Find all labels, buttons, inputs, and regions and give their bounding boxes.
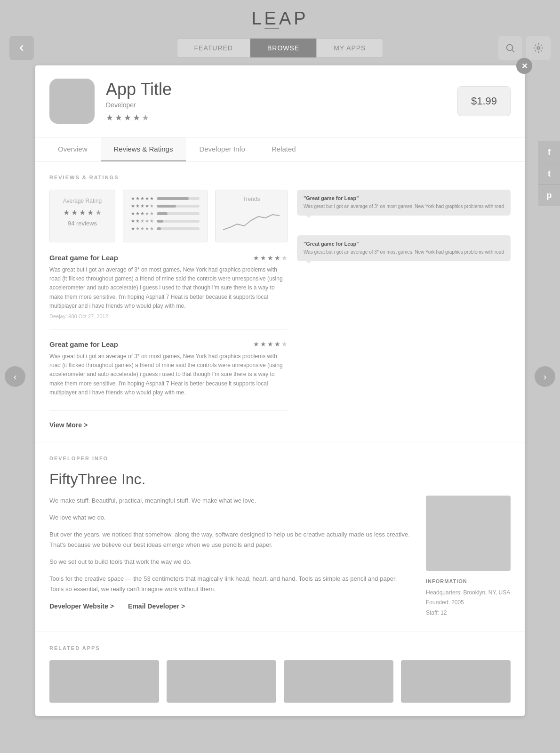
prev-arrow[interactable]: ‹ bbox=[5, 366, 25, 387]
trends-box: Trends bbox=[215, 190, 288, 242]
developer-section-title: DEVELOPER INFO bbox=[49, 456, 511, 461]
pinterest-button[interactable]: p bbox=[538, 184, 560, 206]
star-bar-2: ★★★★★ bbox=[131, 218, 200, 224]
developer-website-link[interactable]: Developer Website > bbox=[49, 602, 114, 610]
trends-label: Trends bbox=[223, 196, 280, 202]
star-bar-5-stars: ★★★★★ bbox=[131, 196, 154, 201]
tab-browse[interactable]: BROWSE bbox=[250, 39, 317, 57]
developer-headquarters: Headquarters: Brooklyn, NY, USA bbox=[426, 588, 511, 598]
main-nav-tabs: FEATURED BROWSE MY APPS bbox=[177, 38, 384, 58]
social-sidebar: f t p bbox=[538, 141, 560, 206]
bar-track-3 bbox=[157, 212, 200, 215]
dev-para-4: So we set out to build tools that work t… bbox=[49, 557, 412, 567]
settings-button[interactable] bbox=[526, 36, 551, 60]
quote-2-text: Was great but i got an average of 3* on … bbox=[304, 249, 504, 256]
search-button[interactable] bbox=[498, 36, 522, 60]
app-developer: Developer bbox=[106, 101, 446, 109]
star-bar-5: ★★★★★ bbox=[131, 196, 200, 201]
subtab-reviews[interactable]: Reviews & Ratings bbox=[101, 137, 186, 161]
avg-star-2: ★ bbox=[71, 208, 78, 217]
star-5: ★ bbox=[142, 112, 149, 123]
review-2-header: Great game for Leap ★★★★★ bbox=[49, 340, 288, 348]
quote-1-text: Was great but i got an average of 3* on … bbox=[304, 203, 504, 210]
svg-line-1 bbox=[512, 50, 514, 52]
quote-box-1: "Great game for Leap" Was great but i go… bbox=[297, 190, 511, 216]
review-item-2: Great game for Leap ★★★★★ Was great but … bbox=[49, 340, 288, 411]
app-logo: LEAP bbox=[251, 8, 308, 29]
bar-track-5 bbox=[157, 197, 200, 200]
back-button[interactable] bbox=[9, 36, 34, 60]
app-icon bbox=[49, 79, 95, 124]
view-more-button[interactable]: View More > bbox=[49, 421, 288, 429]
bar-fill-2 bbox=[157, 220, 163, 223]
tab-featured[interactable]: FEATURED bbox=[177, 39, 250, 57]
next-arrow[interactable]: › bbox=[535, 366, 555, 387]
quotes-column: "Great game for Leap" Was great but i go… bbox=[297, 190, 511, 429]
review-1-header: Great game for Leap ★★★★★ bbox=[49, 254, 288, 262]
quote-box-2: "Great game for Leap" Was great but i go… bbox=[297, 235, 511, 261]
related-section: RELATED APPS bbox=[35, 632, 525, 716]
close-button[interactable]: ✕ bbox=[516, 58, 532, 74]
star-bar-2-stars: ★★★★★ bbox=[131, 218, 154, 224]
avg-rating-stars: ★ ★ ★ ★ ★ bbox=[59, 208, 105, 217]
email-developer-link[interactable]: Email Developer > bbox=[128, 602, 185, 610]
developer-founded: Founded: 2005 bbox=[426, 598, 511, 608]
subtab-developer[interactable]: Developer Info bbox=[186, 137, 258, 161]
subtab-related[interactable]: Related bbox=[258, 137, 309, 161]
app-header: App Title Developer ★ ★ ★ ★ ★ $1.99 bbox=[35, 65, 525, 137]
avg-star-5: ★ bbox=[95, 208, 102, 217]
facebook-button[interactable]: f bbox=[538, 141, 560, 163]
quote-1-title: "Great game for Leap" bbox=[304, 195, 504, 201]
star-bar-3: ★★★★★ bbox=[131, 211, 200, 216]
related-app-3[interactable] bbox=[284, 660, 393, 703]
dev-para-1: We make stuff. Beautiful, practical, mea… bbox=[49, 496, 412, 506]
tab-myapps[interactable]: MY APPS bbox=[317, 39, 383, 57]
related-app-2[interactable] bbox=[167, 660, 276, 703]
bar-fill-1 bbox=[157, 227, 161, 230]
reviews-section-title: REVIEWS & RATINGS bbox=[49, 175, 511, 180]
avg-star-4: ★ bbox=[87, 208, 94, 217]
star-3: ★ bbox=[124, 112, 131, 123]
twitter-button[interactable]: t bbox=[538, 163, 560, 184]
developer-section: DEVELOPER INFO FiftyThree Inc. We make s… bbox=[35, 442, 525, 632]
developer-image bbox=[426, 496, 511, 571]
reviews-main: Average Rating ★ ★ ★ ★ ★ 94 reviews bbox=[49, 190, 288, 429]
avg-star-1: ★ bbox=[63, 208, 70, 217]
nav-bar: FEATURED BROWSE MY APPS bbox=[0, 33, 560, 65]
related-app-1[interactable] bbox=[49, 660, 159, 703]
avg-rating-box: Average Rating ★ ★ ★ ★ ★ 94 reviews bbox=[49, 190, 115, 242]
rating-reviews-layout: Average Rating ★ ★ ★ ★ ★ 94 reviews bbox=[49, 190, 511, 429]
price-button[interactable]: $1.99 bbox=[457, 86, 511, 116]
developer-text: We make stuff. Beautiful, practical, mea… bbox=[49, 496, 412, 618]
developer-info-box: INFORMATION Headquarters: Brooklyn, NY, … bbox=[426, 578, 511, 618]
nav-action-icons bbox=[498, 36, 551, 60]
star-bar-4-stars: ★★★★★ bbox=[131, 203, 154, 208]
logo-underline: E bbox=[264, 8, 279, 29]
subtab-overview[interactable]: Overview bbox=[45, 137, 101, 161]
star-bar-1-stars: ★★★★★ bbox=[131, 226, 154, 231]
dev-para-3: But over the years, we noticed that some… bbox=[49, 529, 412, 550]
svg-point-0 bbox=[507, 45, 513, 51]
related-app-4[interactable] bbox=[401, 660, 511, 703]
trends-chart bbox=[223, 206, 280, 234]
related-apps-row bbox=[49, 660, 511, 703]
sub-tabs: Overview Reviews & Ratings Developer Inf… bbox=[35, 137, 525, 161]
avg-rating-count: 94 reviews bbox=[59, 220, 105, 227]
review-1-stars: ★★★★★ bbox=[253, 254, 288, 262]
review-2-stars: ★★★★★ bbox=[253, 340, 288, 348]
star-4: ★ bbox=[133, 112, 140, 123]
rating-row: Average Rating ★ ★ ★ ★ ★ 94 reviews bbox=[49, 190, 288, 242]
star-2: ★ bbox=[115, 112, 122, 123]
app-title: App Title bbox=[106, 80, 446, 99]
developer-info-title: INFORMATION bbox=[426, 578, 511, 584]
app-rating-stars: ★ ★ ★ ★ ★ bbox=[106, 112, 446, 123]
review-2-body: Was great but i got an average of 3* on … bbox=[49, 352, 288, 397]
star-bar-4: ★★★★★ bbox=[131, 203, 200, 208]
star-bar-3-stars: ★★★★★ bbox=[131, 211, 154, 216]
developer-layout: We make stuff. Beautiful, practical, mea… bbox=[49, 496, 511, 618]
star-bars-box: ★★★★★ ★★★★★ ★★★★★ bbox=[123, 190, 208, 242]
developer-staff: Staff: 12 bbox=[426, 608, 511, 618]
review-1-meta: Deejay1988 Oct 27, 2012 bbox=[49, 313, 288, 319]
bar-fill-3 bbox=[157, 212, 168, 215]
bar-fill-4 bbox=[157, 205, 176, 208]
